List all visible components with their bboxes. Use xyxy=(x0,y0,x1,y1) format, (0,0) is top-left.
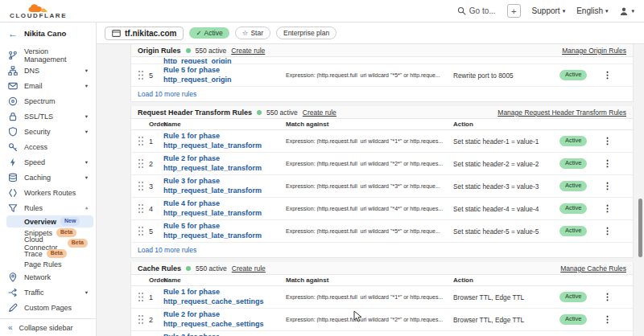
language-label: English xyxy=(576,6,603,15)
rule-status-badge: Active xyxy=(559,314,587,324)
account-name: Nikita Cano xyxy=(24,29,66,38)
sidebar-item-email[interactable]: Email▾ xyxy=(0,78,96,93)
sidebar-subitem-overview[interactable]: OverviewNew xyxy=(6,215,93,227)
rule-name-link[interactable]: Rule 2 for phasehttp_request_cache_setti… xyxy=(163,310,286,329)
add-site-button[interactable]: + xyxy=(507,4,521,18)
top-bar: CLOUDFLARE Go to... + Support ▾ English … xyxy=(0,0,644,23)
ssl-tls-icon xyxy=(8,112,18,121)
kebab-menu-icon[interactable]: ⋮ xyxy=(598,70,633,80)
sidebar-subitem-trace[interactable]: TraceBeta xyxy=(0,248,96,259)
kebab-menu-icon[interactable]: ⋮ xyxy=(598,314,633,325)
create-rule-link[interactable]: Create rule xyxy=(231,47,265,55)
sidebar-item-security[interactable]: Security▾ xyxy=(0,124,96,139)
search-icon xyxy=(457,6,466,15)
kebab-menu-icon[interactable]: ⋮ xyxy=(598,292,633,302)
sidebar-item-ssl-tls[interactable]: SSL/TLS▾ xyxy=(0,109,96,124)
table-row: 4 Rule 4 for phasehttp_request_late_tran… xyxy=(131,198,633,220)
rule-name-link[interactable]: Rule 3 for phasehttp_request_cache_setti… xyxy=(163,333,286,336)
rule-match-expression: Expression: (http.request.full_uri wildc… xyxy=(286,161,453,166)
site-selector[interactable]: tf.nikitac.com xyxy=(105,27,184,40)
cloudflare-cloud-icon xyxy=(27,3,51,13)
goto-search[interactable]: Go to... xyxy=(457,6,496,15)
rule-name-link[interactable]: Rule 2 for phasehttp_request_late_transf… xyxy=(163,154,286,173)
section-title: Cache Rules xyxy=(138,264,181,272)
cloudflare-logo[interactable]: CLOUDFLARE xyxy=(10,3,67,19)
drag-handle[interactable] xyxy=(138,314,149,325)
load-more-link[interactable]: Load 10 more rules xyxy=(138,90,196,98)
rule-action: Set static header-2 = value-2 xyxy=(453,160,559,168)
sidebar-item-version-management[interactable]: Version Management xyxy=(0,47,96,63)
drag-handle[interactable] xyxy=(138,226,149,236)
drag-handle[interactable] xyxy=(138,136,149,146)
drag-handle[interactable] xyxy=(138,292,149,302)
rule-order: 2 xyxy=(149,160,163,168)
kebab-menu-icon[interactable]: ⋮ xyxy=(598,226,633,236)
column-match: Match against xyxy=(286,277,453,284)
rule-name-link[interactable]: Rule 3 for phasehttp_request_late_transf… xyxy=(163,177,286,195)
rule-name-link[interactable]: Rule 1 for phasehttp_request_late_transf… xyxy=(163,132,286,150)
load-more-link[interactable]: Load 10 more rules xyxy=(138,246,196,254)
sidebar-item-caching[interactable]: Caching▾ xyxy=(0,170,96,185)
sidebar-item-rules[interactable]: Rules▾ xyxy=(0,200,96,215)
sidebar-item-network[interactable]: Network xyxy=(0,269,96,285)
create-rule-link[interactable]: Create rule xyxy=(232,264,266,272)
chevron-down-icon: ▾ xyxy=(85,289,88,296)
drag-handle-icon xyxy=(138,226,144,236)
kebab-menu-icon[interactable]: ⋮ xyxy=(598,203,633,214)
sidebar-item-label: Traffic xyxy=(24,289,44,297)
manage-rules-link[interactable]: Manage Request Header Transform Rules xyxy=(497,109,626,117)
chevron-down-icon: ▾ xyxy=(85,68,88,74)
active-count: 550 active xyxy=(196,47,227,55)
user-menu[interactable]: ▾ xyxy=(619,6,634,16)
sidebar-subitem-cloud-connector[interactable]: Cloud ConnectorBeta xyxy=(0,238,96,248)
sidebar-item-access[interactable]: Access xyxy=(0,139,96,154)
sidebar-item-spectrum[interactable]: Spectrum xyxy=(0,93,96,109)
drag-handle[interactable] xyxy=(138,181,149,191)
collapse-icon: « xyxy=(8,323,13,332)
table-row: 3 Rule 3 for phasehttp_request_cache_set… xyxy=(131,331,633,336)
collapse-label: Collapse sidebar xyxy=(19,324,73,332)
rule-status-badge: Active xyxy=(559,158,587,168)
rule-name-link[interactable]: Rule 5 for phasehttp_request_late_transf… xyxy=(163,222,286,240)
drag-handle[interactable] xyxy=(138,203,149,214)
kebab-menu-icon[interactable]: ⋮ xyxy=(598,158,633,169)
section-cache-rules: Cache Rules 550 active Create rule Manag… xyxy=(130,262,634,336)
rule-name-link[interactable]: Rule 4 for phasehttp_request_late_transf… xyxy=(163,199,286,218)
workers-routes-icon xyxy=(8,188,18,198)
kebab-menu-icon[interactable]: ⋮ xyxy=(598,136,633,146)
drag-handle[interactable] xyxy=(138,158,149,169)
sidebar-item-dns[interactable]: DNS▾ xyxy=(0,63,96,78)
network-icon xyxy=(8,272,18,282)
sidebar-item-speed[interactable]: Speed▾ xyxy=(0,154,96,170)
traffic-icon xyxy=(8,288,18,297)
collapse-sidebar-button[interactable]: « Collapse sidebar xyxy=(0,318,96,336)
rules-overview-content: Origin Rules 550 active Create rule Mana… xyxy=(97,44,644,336)
support-menu[interactable]: Support ▾ xyxy=(532,6,566,15)
sidebar-item-workers-routes[interactable]: Workers Routes xyxy=(0,185,96,200)
email-icon xyxy=(8,81,18,91)
sidebar-item-traffic[interactable]: Traffic▾ xyxy=(0,285,96,300)
manage-rules-link[interactable]: Manage Origin Rules xyxy=(562,47,626,55)
sidebar-item-label: Caching xyxy=(24,174,51,182)
language-menu[interactable]: English ▾ xyxy=(576,6,608,15)
sidebar-item-custom-pages[interactable]: Custom Pages xyxy=(0,300,96,315)
rule-match-expression: Expression: (http.request.full_uri wildc… xyxy=(286,206,453,211)
rule-name-link[interactable]: http_request_origin xyxy=(163,57,286,64)
star-button[interactable]: ☆ Star xyxy=(235,27,270,39)
rule-action: Set static header-5 = value-5 xyxy=(453,227,559,236)
rule-match-expression: Expression: (http.request.full_uri wildc… xyxy=(286,317,453,322)
manage-rules-link[interactable]: Manage Cache Rules xyxy=(560,264,626,272)
back-arrow-icon[interactable]: ← xyxy=(8,28,18,39)
chevron-down-icon: ▾ xyxy=(605,8,609,14)
rule-match-expression: Expression: (http.request.full_uri wildc… xyxy=(286,228,453,234)
kebab-menu-icon[interactable]: ⋮ xyxy=(598,181,633,191)
vertical-scrollbar[interactable] xyxy=(638,199,642,257)
sidebar-subitem-page-rules[interactable]: Page Rules xyxy=(0,259,96,269)
check-icon: ✓ xyxy=(196,29,201,37)
rule-name-link[interactable]: Rule 1 for phasehttp_request_cache_setti… xyxy=(163,288,286,306)
drag-handle[interactable] xyxy=(138,70,149,80)
sidebar-item-label: Version Management xyxy=(24,47,88,64)
rule-name-link[interactable]: Rule 5 for phasehttp_request_origin xyxy=(163,66,286,84)
beta-badge: Beta xyxy=(47,249,67,257)
create-rule-link[interactable]: Create rule xyxy=(303,109,336,117)
